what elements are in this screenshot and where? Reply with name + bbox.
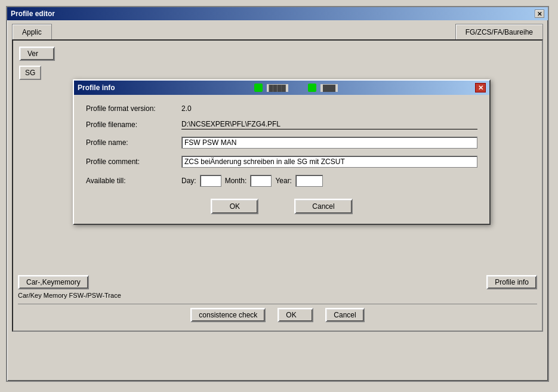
profile-comment-label: Profile comment: <box>86 158 181 166</box>
consistence-check-button[interactable]: consistence check <box>190 308 266 322</box>
bottom-btn-row: consistence check OK Cancel <box>18 304 537 326</box>
main-window: Profile editor ✕ Applic FG/ZCS/FA/Baurei… <box>6 6 549 382</box>
car-key-button[interactable]: Car-,Keymemory <box>18 275 89 289</box>
window-title: Profile editor <box>11 10 55 18</box>
dialog-ok-label: OK <box>230 202 240 211</box>
day-label: Day: <box>181 177 196 185</box>
ver-button[interactable]: Ver <box>19 47 55 61</box>
sg-button-label: SG <box>25 69 35 77</box>
format-version-label: Profile format version: <box>86 104 181 113</box>
tab-area: Applic FG/ZCS/FA/Baureihe <box>7 20 548 39</box>
month-label: Month: <box>225 177 247 185</box>
indicator-group-2: ███ <box>306 84 338 92</box>
profile-info-label: Profile info <box>495 278 529 286</box>
title-indicator-area: ████ ███ <box>115 84 475 92</box>
profile-name-input[interactable] <box>181 137 477 149</box>
tab-applic[interactable]: Applic <box>12 24 52 39</box>
green-dot-2 <box>308 84 316 92</box>
close-button[interactable]: ✕ <box>535 10 544 18</box>
filename-label: Profile filename: <box>86 121 181 129</box>
year-input[interactable] <box>295 175 323 187</box>
profile-comment-input[interactable] <box>181 156 477 168</box>
ver-button-label: Ver <box>27 50 38 58</box>
dialog-close-icon: ✕ <box>478 84 483 92</box>
car-key-sublabel: Car/Key Memory FSW-/PSW-Trace <box>18 292 537 299</box>
dialog-title-bar: Profile info ████ ███ ✕ <box>74 81 489 95</box>
car-key-label: Car-,Keymemory <box>26 278 81 286</box>
content-area: Ver SG Nettodata-Trace = ON Car-,Keymemo… <box>12 39 543 332</box>
ok-button-label: OK <box>286 311 296 319</box>
month-input[interactable] <box>250 175 272 187</box>
cancel-button-label: Cancel <box>334 311 356 319</box>
cancel-button[interactable]: Cancel <box>325 308 364 322</box>
dialog-close-button[interactable]: ✕ <box>475 83 486 92</box>
title-bar: Profile editor ✕ <box>7 7 548 20</box>
dialog-ok-button[interactable]: OK <box>211 199 258 214</box>
sg-row: SG <box>19 66 536 80</box>
tab-fgzcs[interactable]: FG/ZCS/FA/Baureihe <box>455 24 543 39</box>
profile-info-dialog: Profile info ████ ███ ✕ <box>73 79 491 225</box>
ok-button[interactable]: OK <box>278 308 313 322</box>
format-version-value: 2.0 <box>181 104 477 113</box>
profile-name-row: Profile name: <box>86 137 477 149</box>
dialog-content: Profile format version: 2.0 Profile file… <box>74 95 489 224</box>
bottom-section: Car-,Keymemory Profile info Car/Key Memo… <box>13 270 542 331</box>
car-key-sublabel-text: Car/Key Memory FSW-/PSW-Trace <box>18 292 121 299</box>
available-till-row: Available till: Day: Month: Year: <box>86 175 477 187</box>
dialog-cancel-button[interactable]: Cancel <box>294 199 352 214</box>
profile-info-button[interactable]: Profile info <box>486 275 537 289</box>
consistence-check-label: consistence check <box>199 311 257 319</box>
car-key-row: Car-,Keymemory Profile info <box>18 275 537 289</box>
top-btn-row: Ver <box>19 47 536 61</box>
title-bar-buttons: ✕ <box>535 10 544 18</box>
dialog-cancel-label: Cancel <box>312 202 334 211</box>
tab-fgzcs-label: FG/ZCS/FA/Baureihe <box>465 28 533 36</box>
format-version-row: Profile format version: 2.0 <box>86 104 477 113</box>
dialog-title-text: Profile info <box>78 84 115 92</box>
profile-comment-row: Profile comment: <box>86 156 477 168</box>
tab-applic-label: Applic <box>22 28 42 36</box>
dialog-buttons: OK Cancel <box>86 194 477 214</box>
indicator-text-1: ████ <box>267 84 288 92</box>
green-dot-1 <box>254 84 263 92</box>
day-input[interactable] <box>200 175 221 187</box>
year-label: Year: <box>275 177 292 185</box>
sg-button[interactable]: SG <box>19 66 41 80</box>
indicator-text-2: ███ <box>320 84 338 92</box>
date-group: Day: Month: Year: <box>181 175 323 187</box>
indicator-group-1: ████ <box>252 84 288 92</box>
profile-name-label: Profile name: <box>86 138 181 147</box>
filename-value: D:\NCSEXPER\PFL\FZG4.PFL <box>181 120 477 129</box>
available-till-label: Available till: <box>86 177 181 185</box>
close-icon: ✕ <box>537 11 542 17</box>
filename-row: Profile filename: D:\NCSEXPER\PFL\FZG4.P… <box>86 120 477 129</box>
